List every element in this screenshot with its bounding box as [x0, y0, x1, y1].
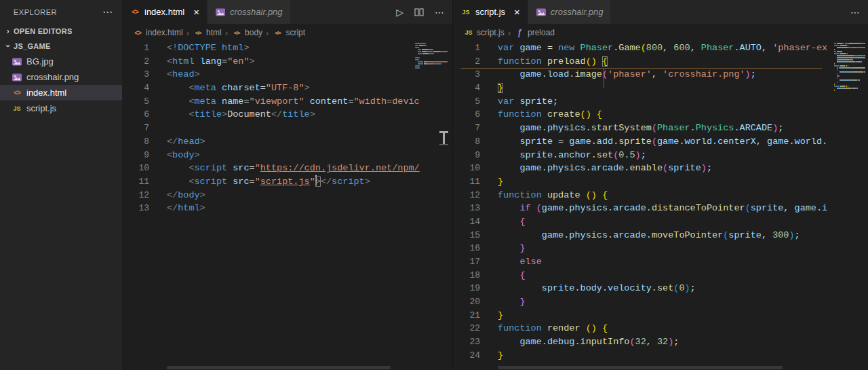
code-line[interactable]: 5var sprite;	[453, 95, 868, 109]
code-line[interactable]: 1var game = new Phaser.Game(800, 600, Ph…	[453, 41, 868, 55]
code-line[interactable]: 4 <meta charset="UTF-8">	[122, 81, 452, 95]
code-line[interactable]: 15 game.physics.arcade.moveToPointer(spr…	[453, 229, 868, 242]
line-number[interactable]: 9	[122, 149, 149, 162]
line-number[interactable]: 19	[453, 282, 480, 295]
line-number[interactable]: 11	[453, 175, 480, 189]
more-actions-icon[interactable]: ⋯	[102, 6, 113, 18]
code-line[interactable]: 11 <script src="script.js"></script>	[122, 175, 452, 189]
line-number[interactable]: 23	[453, 335, 480, 349]
minimap[interactable]	[415, 43, 448, 69]
code-line[interactable]: 10 game.physics.arcade.enable(sprite);	[453, 162, 868, 175]
code-line[interactable]: 12</body>	[122, 189, 452, 202]
code-line[interactable]: 5 <meta name="viewport" content="width=d…	[122, 95, 452, 109]
breadcrumb-item-script[interactable]: </>script	[272, 27, 305, 38]
line-number[interactable]: 1	[453, 41, 480, 55]
file-item-crosshair.png[interactable]: crosshair.png	[0, 69, 122, 85]
line-number[interactable]: 11	[122, 175, 149, 189]
file-item-script.js[interactable]: JSscript.js	[0, 100, 122, 116]
code-line[interactable]: 2<html lang="en">	[122, 55, 452, 69]
code-line[interactable]: 21}	[453, 309, 868, 322]
tab-crosshair.png[interactable]: crosshair.png	[528, 0, 612, 24]
code-area[interactable]: 1<!DOCTYPE html>2<html lang="en">3<head>…	[122, 41, 452, 215]
code-line[interactable]: 6 <title>Document</title>	[122, 108, 452, 122]
run-icon[interactable]: ▷	[396, 7, 403, 18]
code-line[interactable]: 10 <script src="https://cdn.jsdelivr.net…	[122, 162, 452, 175]
line-number[interactable]: 10	[122, 162, 149, 175]
line-number[interactable]: 5	[453, 95, 480, 109]
file-item-index.html[interactable]: <>index.html	[0, 85, 122, 100]
code-line[interactable]: 4}	[453, 81, 868, 95]
line-number[interactable]: 2	[122, 55, 149, 69]
breadcrumb-item-body[interactable]: </>body	[231, 27, 262, 38]
close-icon[interactable]: ×	[193, 7, 199, 17]
code-line[interactable]: 9 sprite.anchor.set(0.5);	[453, 149, 868, 162]
tab-crosshair.png[interactable]: crosshair.png	[208, 0, 291, 24]
line-number[interactable]: 13	[453, 202, 480, 215]
minimap[interactable]	[834, 43, 865, 92]
line-number[interactable]: 7	[453, 122, 480, 135]
more-icon[interactable]: ⋯	[850, 7, 860, 18]
tab-index.html[interactable]: <>index.html×	[122, 0, 208, 24]
code-line[interactable]: 17 else	[453, 255, 868, 269]
line-number[interactable]: 15	[453, 229, 480, 242]
more-icon[interactable]: ⋯	[435, 7, 444, 18]
code-line[interactable]: 23 game.debug.inputInfo(32, 32);	[453, 335, 868, 349]
code-line[interactable]: 9<body>	[122, 149, 452, 162]
code-line[interactable]: 3 game.load.image('phaser', 'crosshair.p…	[453, 68, 868, 81]
line-number[interactable]: 4	[453, 81, 480, 95]
line-number[interactable]: 8	[122, 135, 149, 149]
line-number[interactable]: 21	[453, 309, 480, 322]
line-number[interactable]: 12	[453, 189, 480, 202]
line-number[interactable]: 14	[453, 215, 480, 229]
line-number[interactable]: 13	[122, 202, 149, 215]
code-line[interactable]: 2function preload() {	[453, 55, 868, 69]
code-line[interactable]: 22function render () {	[453, 322, 868, 335]
close-icon[interactable]: ×	[514, 7, 520, 17]
code-line[interactable]: 16 }	[453, 242, 868, 255]
folder-header[interactable]: › JS_GAME	[0, 39, 122, 54]
code-line[interactable]: 19 sprite.body.velocity.set(0);	[453, 282, 868, 295]
split-icon[interactable]	[414, 7, 424, 17]
horizontal-scrollbar[interactable]	[167, 366, 391, 369]
line-number[interactable]: 12	[122, 189, 149, 202]
line-number[interactable]: 5	[122, 95, 149, 109]
line-number[interactable]: 16	[453, 242, 480, 255]
tab-script.js[interactable]: JSscript.js×	[453, 0, 528, 24]
code-line[interactable]: 18 {	[453, 269, 868, 282]
code-line[interactable]: 7	[122, 122, 452, 135]
line-number[interactable]: 3	[453, 68, 480, 81]
line-number[interactable]: 17	[453, 255, 480, 269]
open-editors-header[interactable]: › OPEN EDITORS	[0, 24, 122, 39]
code-line[interactable]: 3<head>	[122, 68, 452, 81]
code-editor-right[interactable]: 1var game = new Phaser.Game(800, 600, Ph…	[453, 41, 868, 370]
code-line[interactable]: 13</html>	[122, 202, 452, 215]
code-area[interactable]: 1var game = new Phaser.Game(800, 600, Ph…	[453, 41, 868, 363]
line-number[interactable]: 3	[122, 68, 149, 81]
code-line[interactable]: 1<!DOCTYPE html>	[122, 41, 452, 55]
code-line[interactable]: 13 if (game.physics.arcade.distanceToPoi…	[453, 202, 868, 215]
breadcrumb-item-html[interactable]: </>html	[193, 27, 222, 38]
line-number[interactable]: 20	[453, 295, 480, 309]
line-number[interactable]: 18	[453, 269, 480, 282]
line-number[interactable]: 8	[453, 135, 480, 149]
breadcrumb-item-index.html[interactable]: <>index.html	[132, 27, 183, 38]
code-editor-left[interactable]: 1<!DOCTYPE html>2<html lang="en">3<head>…	[122, 41, 452, 370]
breadcrumb-item-preload[interactable]: ƒpreload	[514, 27, 555, 38]
line-number[interactable]: 4	[122, 81, 149, 95]
line-number[interactable]: 22	[453, 322, 480, 335]
code-line[interactable]: 8</head>	[122, 135, 452, 149]
line-number[interactable]: 7	[122, 122, 149, 135]
line-number[interactable]: 9	[453, 149, 480, 162]
code-line[interactable]: 6function create() {	[453, 108, 868, 122]
code-line[interactable]: 7 game.physics.startSystem(Phaser.Physic…	[453, 122, 868, 135]
code-line[interactable]: 24}	[453, 349, 868, 363]
code-line[interactable]: 14 {	[453, 215, 868, 229]
code-line[interactable]: 12function update () {	[453, 189, 868, 202]
code-line[interactable]: 20 }	[453, 295, 868, 309]
code-line[interactable]: 8 sprite = game.add.sprite(game.world.ce…	[453, 135, 868, 149]
line-number[interactable]: 10	[453, 162, 480, 175]
breadcrumb-item-script.js[interactable]: JSscript.js	[463, 27, 505, 38]
code-line[interactable]: 11}	[453, 175, 868, 189]
line-number[interactable]: 24	[453, 349, 480, 363]
line-number[interactable]: 6	[453, 108, 480, 122]
